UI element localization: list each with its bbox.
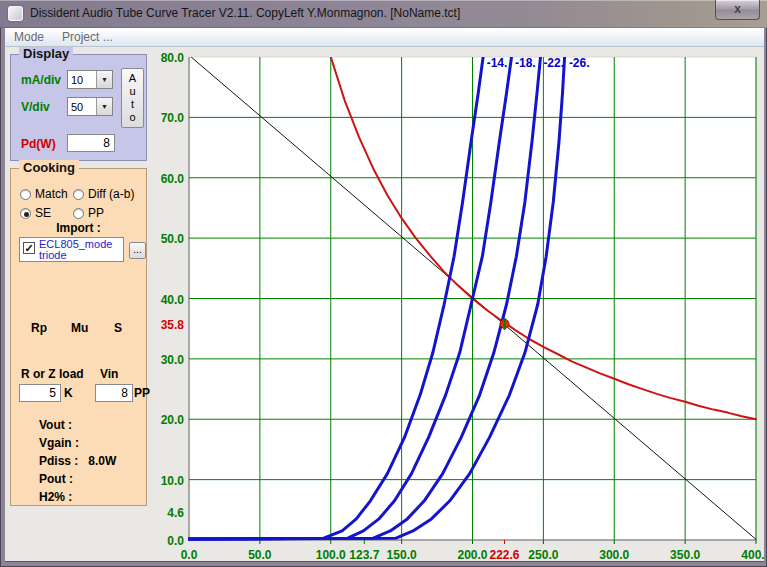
ma-div-label: mA/div [21,73,61,87]
mu-header: Mu [71,321,88,335]
x-tick-label-50.0: 50.0 [248,548,272,562]
rp-header: Rp [31,321,47,335]
y-tick-label-0.0: 0.0 [167,534,184,548]
x-tick-label-350.0: 350.0 [670,548,700,562]
load-label: R or Z load [21,367,84,381]
radio-dot [20,208,31,219]
x-tick-label-300.0: 300.0 [599,548,629,562]
radio-pp-label: PP [88,206,104,220]
radio-se-label: SE [35,206,51,220]
y-tick-label-60.0: 60.0 [161,172,185,186]
radio-match[interactable]: Match [20,187,68,201]
x-tick-label-150.0: 150.0 [387,548,417,562]
x-tick-label-400.: 400. [741,548,764,562]
ma-div-select[interactable]: 10 ▼ [67,70,113,89]
radio-diff[interactable]: Diff (a-b) [73,187,134,201]
radio-pp[interactable]: PP [73,206,104,220]
radio-match-label: Match [35,187,68,201]
ma-div-value: 10 [68,74,96,86]
tube-model-name[interactable]: ECL805_mode triode [39,239,112,261]
x-tick-label-200.0: 200.0 [457,548,487,562]
y-tick-label-20.0: 20.0 [161,413,185,427]
grid-voltage-label--22.: -22. [543,56,564,70]
x-tick-label-0.0: 0.0 [181,548,198,562]
display-panel: Display mA/div 10 ▼ V/div 50 ▼ Auto Pd(W… [10,54,147,161]
h2-row: H2% : [39,490,82,504]
window-title: Dissident Audio Tube Curve Tracer V2.11.… [30,6,460,20]
load-unit: K [64,386,73,400]
chevron-down-icon[interactable]: ▼ [96,71,112,88]
radio-dot [73,189,84,200]
y-tick-label-10.0: 10.0 [161,474,185,488]
chevron-down-icon[interactable]: ▼ [96,98,112,115]
y-special-label-4.6: 4.6 [167,506,184,520]
x-special-label-222.6: 222.6 [490,548,520,562]
y-special-label-35.8: 35.8 [161,318,185,332]
grid-voltage-label--26.: -26. [569,56,590,70]
menu-bar: Mode Project ... [5,28,764,47]
v-div-label: V/div [21,100,50,114]
pdiss-row: Pdiss :8.0W [39,454,116,468]
grid-voltage-label--14.: -14. [487,56,508,70]
menu-item-mode[interactable]: Mode [5,28,53,46]
y-tick-label-30.0: 30.0 [161,353,185,367]
radio-diff-label: Diff (a-b) [88,187,134,201]
y-tick-label-80.0: 80.0 [161,51,185,65]
pout-row: Pout : [39,472,83,486]
radio-dot [73,208,84,219]
import-label: Import : [11,221,146,235]
app-window: Dissident Audio Tube Curve Tracer V2.11.… [0,0,767,567]
tube-model-checkbox[interactable]: ✓ [23,242,35,254]
vin-label: Vin [100,367,118,381]
auto-scale-button[interactable]: Auto [121,68,144,128]
load-input[interactable]: 5 [19,384,61,402]
x-special-label-123.7: 123.7 [349,548,379,562]
app-icon [8,6,23,21]
cooking-panel: Cooking Match Diff (a-b) SE PP Import : … [10,168,147,506]
browse-button[interactable]: ... [129,242,146,259]
cooking-panel-title: Cooking [19,160,79,175]
title-bar[interactable]: Dissident Audio Tube Curve Tracer V2.11.… [0,0,767,28]
pd-input[interactable]: 8 [67,134,115,152]
vout-row: Vout : [39,418,82,432]
v-div-value: 50 [68,101,96,113]
x-tick-label-100.0: 100.0 [316,548,346,562]
x-tick-label-250.0: 250.0 [528,548,558,562]
pd-label: Pd(W) [21,137,56,151]
close-button[interactable]: x [715,0,760,20]
client-area: Mode Project ... 0.010.020.030.040.050.0… [5,28,764,562]
grid-voltage-label--18.: -18. [515,56,536,70]
y-tick-label-40.0: 40.0 [161,293,185,307]
y-tick-label-50.0: 50.0 [161,232,185,246]
tube-model-list[interactable]: ✓ ECL805_mode triode [19,237,124,262]
radio-se[interactable]: SE [20,206,51,220]
s-header: S [114,321,122,335]
radio-dot [20,189,31,200]
display-panel-title: Display [19,46,73,61]
vin-unit: PP [134,386,150,400]
y-tick-label-70.0: 70.0 [161,111,185,125]
menu-item-project[interactable]: Project ... [53,28,122,46]
vin-input[interactable]: 8 [95,384,133,402]
vgain-row: Vgain : [39,436,89,450]
v-div-select[interactable]: 50 ▼ [67,97,113,116]
